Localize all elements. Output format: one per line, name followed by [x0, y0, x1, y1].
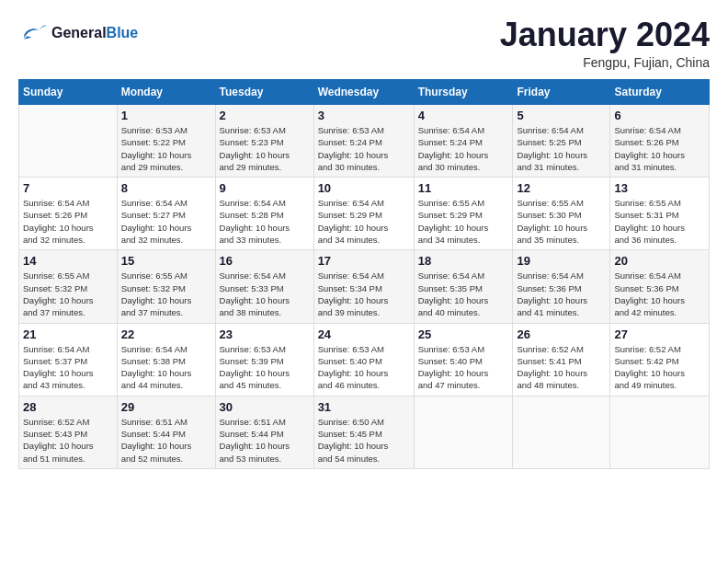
day-info: Sunrise: 6:53 AM Sunset: 5:22 PM Dayligh…	[121, 124, 211, 173]
day-number: 5	[517, 109, 606, 122]
day-info: Sunrise: 6:54 AM Sunset: 5:34 PM Dayligh…	[318, 270, 410, 318]
day-info: Sunrise: 6:53 AM Sunset: 5:39 PM Dayligh…	[220, 343, 310, 392]
day-number: 9	[220, 181, 310, 195]
calendar-cell: 26Sunrise: 6:52 AM Sunset: 5:41 PM Dayli…	[513, 323, 610, 396]
day-info: Sunrise: 6:55 AM Sunset: 5:32 PM Dayligh…	[121, 270, 211, 318]
day-number: 28	[23, 400, 113, 414]
calendar-cell: 5Sunrise: 6:54 AM Sunset: 5:25 PM Daylig…	[513, 105, 610, 178]
calendar-cell: 28Sunrise: 6:52 AM Sunset: 5:43 PM Dayli…	[19, 396, 118, 468]
day-number: 29	[121, 400, 211, 414]
calendar-cell: 22Sunrise: 6:54 AM Sunset: 5:38 PM Dayli…	[117, 323, 215, 396]
day-number: 14	[23, 254, 113, 268]
header-row: SundayMondayTuesdayWednesdayThursdayFrid…	[19, 80, 710, 105]
day-info: Sunrise: 6:55 AM Sunset: 5:30 PM Dayligh…	[517, 197, 606, 246]
day-number: 18	[418, 254, 509, 268]
logo: GeneralBlue	[18, 18, 138, 48]
day-info: Sunrise: 6:54 AM Sunset: 5:28 PM Dayligh…	[220, 197, 310, 246]
day-number: 4	[418, 109, 509, 122]
day-info: Sunrise: 6:54 AM Sunset: 5:38 PM Dayligh…	[121, 343, 211, 392]
logo-icon	[18, 18, 48, 48]
day-info: Sunrise: 6:53 AM Sunset: 5:40 PM Dayligh…	[418, 343, 509, 392]
calendar-cell: 19Sunrise: 6:54 AM Sunset: 5:36 PM Dayli…	[513, 250, 610, 323]
day-info: Sunrise: 6:52 AM Sunset: 5:41 PM Dayligh…	[517, 343, 606, 392]
day-number: 27	[614, 327, 705, 341]
calendar-cell: 7Sunrise: 6:54 AM Sunset: 5:26 PM Daylig…	[19, 178, 118, 250]
day-info: Sunrise: 6:50 AM Sunset: 5:45 PM Dayligh…	[318, 416, 410, 465]
calendar-cell: 9Sunrise: 6:54 AM Sunset: 5:28 PM Daylig…	[215, 178, 313, 250]
day-info: Sunrise: 6:54 AM Sunset: 5:25 PM Dayligh…	[517, 124, 606, 173]
header-wednesday: Wednesday	[313, 80, 414, 105]
day-number: 6	[614, 109, 705, 122]
week-row-4: 21Sunrise: 6:54 AM Sunset: 5:37 PM Dayli…	[19, 323, 710, 396]
day-info: Sunrise: 6:53 AM Sunset: 5:23 PM Dayligh…	[220, 124, 310, 173]
calendar-cell: 23Sunrise: 6:53 AM Sunset: 5:39 PM Dayli…	[215, 323, 313, 396]
calendar-cell: 3Sunrise: 6:53 AM Sunset: 5:24 PM Daylig…	[313, 105, 414, 178]
day-info: Sunrise: 6:54 AM Sunset: 5:26 PM Dayligh…	[23, 197, 113, 246]
week-row-3: 14Sunrise: 6:55 AM Sunset: 5:32 PM Dayli…	[19, 250, 710, 323]
day-number: 7	[23, 181, 113, 195]
day-info: Sunrise: 6:52 AM Sunset: 5:42 PM Dayligh…	[614, 343, 705, 392]
header-sunday: Sunday	[19, 80, 118, 105]
day-number: 30	[220, 400, 310, 414]
day-number: 25	[418, 327, 509, 341]
calendar-cell: 14Sunrise: 6:55 AM Sunset: 5:32 PM Dayli…	[19, 250, 118, 323]
day-info: Sunrise: 6:55 AM Sunset: 5:31 PM Dayligh…	[614, 197, 705, 246]
day-number: 13	[614, 181, 705, 195]
calendar-cell: 16Sunrise: 6:54 AM Sunset: 5:33 PM Dayli…	[215, 250, 313, 323]
day-number: 24	[318, 327, 410, 341]
calendar-cell: 15Sunrise: 6:55 AM Sunset: 5:32 PM Dayli…	[117, 250, 215, 323]
day-info: Sunrise: 6:54 AM Sunset: 5:27 PM Dayligh…	[121, 197, 211, 246]
calendar-cell: 30Sunrise: 6:51 AM Sunset: 5:44 PM Dayli…	[215, 396, 313, 468]
day-info: Sunrise: 6:51 AM Sunset: 5:44 PM Dayligh…	[220, 416, 310, 465]
calendar-cell: 25Sunrise: 6:53 AM Sunset: 5:40 PM Dayli…	[414, 323, 513, 396]
day-number: 12	[517, 181, 606, 195]
week-row-5: 28Sunrise: 6:52 AM Sunset: 5:43 PM Dayli…	[19, 396, 710, 468]
calendar-cell: 24Sunrise: 6:53 AM Sunset: 5:40 PM Dayli…	[313, 323, 414, 396]
day-number: 22	[121, 327, 211, 341]
day-info: Sunrise: 6:54 AM Sunset: 5:37 PM Dayligh…	[23, 343, 113, 392]
day-number: 16	[220, 254, 310, 268]
day-number: 23	[220, 327, 310, 341]
day-info: Sunrise: 6:51 AM Sunset: 5:44 PM Dayligh…	[121, 416, 211, 465]
day-info: Sunrise: 6:52 AM Sunset: 5:43 PM Dayligh…	[23, 416, 113, 465]
day-info: Sunrise: 6:53 AM Sunset: 5:24 PM Dayligh…	[318, 124, 410, 173]
calendar-cell: 31Sunrise: 6:50 AM Sunset: 5:45 PM Dayli…	[313, 396, 414, 468]
day-info: Sunrise: 6:54 AM Sunset: 5:26 PM Dayligh…	[614, 124, 705, 173]
day-number: 2	[220, 109, 310, 122]
calendar-cell: 2Sunrise: 6:53 AM Sunset: 5:23 PM Daylig…	[215, 105, 313, 178]
day-number: 19	[517, 254, 606, 268]
day-info: Sunrise: 6:55 AM Sunset: 5:29 PM Dayligh…	[418, 197, 509, 246]
calendar-cell	[19, 105, 118, 178]
day-info: Sunrise: 6:54 AM Sunset: 5:35 PM Dayligh…	[418, 270, 509, 318]
title-area: January 2024 Fengpu, Fujian, China	[500, 18, 710, 70]
day-number: 21	[23, 327, 113, 341]
calendar-cell: 13Sunrise: 6:55 AM Sunset: 5:31 PM Dayli…	[610, 178, 710, 250]
day-info: Sunrise: 6:54 AM Sunset: 5:24 PM Dayligh…	[418, 124, 509, 173]
day-number: 1	[121, 109, 211, 122]
calendar-cell: 21Sunrise: 6:54 AM Sunset: 5:37 PM Dayli…	[19, 323, 118, 396]
day-number: 17	[318, 254, 410, 268]
calendar-cell	[414, 396, 513, 468]
calendar-cell: 6Sunrise: 6:54 AM Sunset: 5:26 PM Daylig…	[610, 105, 710, 178]
calendar-cell	[610, 396, 710, 468]
calendar-cell	[513, 396, 610, 468]
calendar-cell: 12Sunrise: 6:55 AM Sunset: 5:30 PM Dayli…	[513, 178, 610, 250]
day-info: Sunrise: 6:55 AM Sunset: 5:32 PM Dayligh…	[23, 270, 113, 318]
calendar-cell: 17Sunrise: 6:54 AM Sunset: 5:34 PM Dayli…	[313, 250, 414, 323]
calendar-table: SundayMondayTuesdayWednesdayThursdayFrid…	[18, 79, 710, 469]
calendar-cell: 20Sunrise: 6:54 AM Sunset: 5:36 PM Dayli…	[610, 250, 710, 323]
header-tuesday: Tuesday	[215, 80, 313, 105]
day-number: 26	[517, 327, 606, 341]
week-row-1: 1Sunrise: 6:53 AM Sunset: 5:22 PM Daylig…	[19, 105, 710, 178]
calendar-cell: 4Sunrise: 6:54 AM Sunset: 5:24 PM Daylig…	[414, 105, 513, 178]
day-number: 8	[121, 181, 211, 195]
day-number: 20	[614, 254, 705, 268]
calendar-cell: 27Sunrise: 6:52 AM Sunset: 5:42 PM Dayli…	[610, 323, 710, 396]
day-number: 15	[121, 254, 211, 268]
day-number: 11	[418, 181, 509, 195]
calendar-cell: 1Sunrise: 6:53 AM Sunset: 5:22 PM Daylig…	[117, 105, 215, 178]
calendar-cell: 11Sunrise: 6:55 AM Sunset: 5:29 PM Dayli…	[414, 178, 513, 250]
day-number: 10	[318, 181, 410, 195]
day-info: Sunrise: 6:54 AM Sunset: 5:36 PM Dayligh…	[517, 270, 606, 318]
calendar-cell: 10Sunrise: 6:54 AM Sunset: 5:29 PM Dayli…	[313, 178, 414, 250]
